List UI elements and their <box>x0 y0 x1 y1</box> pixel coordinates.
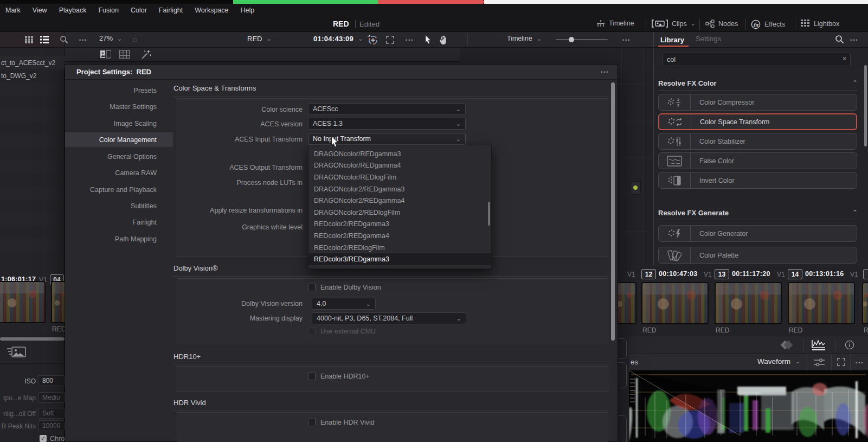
zoom-select[interactable]: 27% ⌄ <box>99 35 122 42</box>
settings-nav-fairlight[interactable]: Fairlight <box>65 215 173 229</box>
left-clip-thumbnail[interactable] <box>0 281 46 323</box>
viewer-clip-select[interactable]: RED ⌄ <box>247 35 272 43</box>
scope-settings-sliders-icon[interactable] <box>813 357 825 367</box>
scope-type-select[interactable]: Waveform ⌄ <box>757 357 800 366</box>
fx-item-color-space-transform[interactable]: Color Space Transform <box>658 113 857 130</box>
fx-item-color-compressor[interactable]: Color Compressor <box>658 94 857 111</box>
timeline-view-select[interactable]: Timeline ⌄ <box>507 35 542 42</box>
clip-color-flag[interactable] <box>630 181 641 195</box>
dropdown-scrollbar[interactable] <box>488 202 490 226</box>
settings-nav-master-settings[interactable]: Master Settings <box>65 99 173 114</box>
dropdown-option[interactable]: DRAGONcolor2/REDgamma3 <box>308 183 491 195</box>
aces-version-select[interactable]: ACES 1.3⌄ <box>308 118 466 130</box>
search-icon[interactable] <box>60 35 68 44</box>
pointer-tool-icon[interactable] <box>425 35 432 44</box>
menu-workspace[interactable]: Workspace <box>195 7 228 14</box>
settings-nav-path-mapping[interactable]: Path Mapping <box>65 232 173 246</box>
clip-thumbnail[interactable] <box>641 282 709 324</box>
enable-dolby-vision-checkbox[interactable] <box>308 284 316 291</box>
menu-view[interactable]: View <box>33 7 47 14</box>
camera-raw-field[interactable]: 800 <box>38 375 65 386</box>
enable-hdr10-checkbox[interactable] <box>308 373 316 380</box>
timeline-page-button[interactable]: Timeline <box>596 20 634 27</box>
settings-nav-capture-playback[interactable]: Capture and Playback <box>65 182 173 197</box>
timeline-zoom-slider[interactable] <box>556 39 608 40</box>
viewer-timecode[interactable]: 01:04:43:09 ⌄ <box>313 35 363 43</box>
menu-playback[interactable]: Playback <box>59 7 87 14</box>
dropdown-option[interactable]: REDcolor2/REDgamma4 <box>308 230 491 242</box>
library-scrollbar[interactable] <box>864 65 867 146</box>
effects-page-button[interactable]: fx Effects <box>751 20 785 29</box>
fx-item-color-generator[interactable]: Color Generator <box>658 225 857 242</box>
grid-layout-icon[interactable] <box>119 50 130 59</box>
fx-item-color-palette[interactable]: Color Palette <box>658 247 857 264</box>
clip-thumbnail-partial[interactable] <box>862 282 868 324</box>
timeline-overflow-icon[interactable]: ••• <box>622 37 631 43</box>
fx-item-color-stabilizer[interactable]: Color Stabilizer <box>658 133 857 150</box>
menu-color[interactable]: Color <box>131 7 147 14</box>
enable-hdr-vivid-checkbox[interactable] <box>308 419 316 426</box>
clip-number-badge[interactable]: 12 <box>641 269 656 279</box>
fx-item-invert-color[interactable]: Invert Color <box>658 172 857 189</box>
menu-mark[interactable]: Mark <box>5 7 21 14</box>
hand-tool-icon[interactable] <box>439 35 448 44</box>
dropdown-option[interactable]: DRAGONcolor2/REDgamma4 <box>308 195 491 207</box>
settings-nav-image-scaling[interactable]: Image Scaling <box>65 116 173 131</box>
camera-raw-field[interactable]: Mediu <box>38 392 65 403</box>
dropdown-option[interactable]: REDcolor2/REDlogFilm <box>308 242 491 254</box>
camera-raw-field[interactable]: 10000 <box>38 420 65 431</box>
dialog-options-icon[interactable]: ••• <box>601 69 609 75</box>
gallery-overflow-icon[interactable]: ••• <box>79 37 87 43</box>
info-icon[interactable] <box>845 340 854 350</box>
dolby-version-select[interactable]: 4.0⌄ <box>312 298 376 310</box>
scope-expand-icon[interactable] <box>837 358 845 366</box>
camera-raw-field[interactable]: Soft <box>38 408 65 419</box>
dropdown-option[interactable]: REDcolor2/REDgamma3 <box>308 219 491 230</box>
search-clear-icon[interactable]: ✕ <box>842 55 847 62</box>
settings-nav-camera-raw[interactable]: Camera RAW <box>65 165 173 180</box>
settings-nav-subtitles[interactable]: Subtitles <box>65 198 173 213</box>
dropdown-option[interactable]: DRAGONcolor/REDlogFilm <box>308 171 491 183</box>
menu-fusion[interactable]: Fusion <box>98 7 119 14</box>
color-science-select[interactable]: ACEScc⌄ <box>308 103 466 115</box>
tab-settings[interactable]: Settings <box>696 35 721 43</box>
settings-nav-general-options[interactable]: General Options <box>65 149 173 164</box>
list-view-icon[interactable] <box>40 36 49 43</box>
settings-nav-presets[interactable]: Presets <box>65 83 173 98</box>
library-search-icon[interactable] <box>835 35 844 44</box>
dialog-scrollbar[interactable] <box>611 82 615 341</box>
settings-nav-color-management[interactable]: Color Management <box>65 132 173 147</box>
dropdown-option-highlighted[interactable]: REDcolor3/REDgamma3 <box>308 253 491 265</box>
still-item[interactable]: to_DWG_v2 <box>0 69 65 82</box>
clip-thumbnail[interactable] <box>715 282 782 324</box>
viewer-overflow-icon[interactable]: ••• <box>406 37 414 43</box>
clips-page-button[interactable]: Clips ⌄ <box>652 20 696 28</box>
slider-handle[interactable] <box>569 37 574 42</box>
split-screen-icon[interactable] <box>100 50 111 59</box>
collapse-section-icon[interactable]: ⌃ <box>852 209 858 216</box>
tab-library[interactable]: Library <box>660 35 684 44</box>
stacked-diamonds-icon[interactable] <box>779 340 793 350</box>
magic-wand-icon[interactable] <box>140 49 152 60</box>
expand-viewer-icon[interactable] <box>386 36 394 44</box>
clip-number-badge[interactable]: 14 <box>788 269 802 279</box>
effects-search-input[interactable] <box>662 53 851 66</box>
dropdown-option[interactable]: DRAGONcolor/REDgamma3 <box>308 148 491 160</box>
scopes-panel-icon[interactable] <box>812 339 826 351</box>
nodes-page-button[interactable]: Nodes <box>705 20 738 28</box>
collapse-section-icon[interactable]: ⌃ <box>852 79 858 87</box>
color-enhance-icon[interactable] <box>367 35 378 45</box>
scope-overflow-icon[interactable]: ••• <box>856 360 864 366</box>
mastering-display-select[interactable]: 4000-nit, P3, D65, ST.2084, Full⌄ <box>312 312 466 324</box>
dropdown-option[interactable]: DRAGONcolor/REDgamma4 <box>308 160 491 172</box>
dialog-title-bar[interactable]: Project Settings: RED ••• <box>65 65 618 80</box>
menu-help[interactable]: Help <box>241 7 255 14</box>
clip-number-badge[interactable]: 13 <box>715 269 729 279</box>
clip-info-image-icon[interactable] <box>7 346 26 358</box>
lightbox-page-button[interactable]: Lightbox <box>801 20 839 28</box>
rail-divider-bar[interactable] <box>0 337 65 341</box>
clip-number-badge-partial[interactable] <box>863 269 868 279</box>
camera-raw-checkbox[interactable]: ✓ <box>40 435 47 442</box>
library-overflow-icon[interactable]: ••• <box>850 37 858 43</box>
dropdown-option[interactable]: DRAGONcolor2/REDlogFilm <box>308 207 491 219</box>
